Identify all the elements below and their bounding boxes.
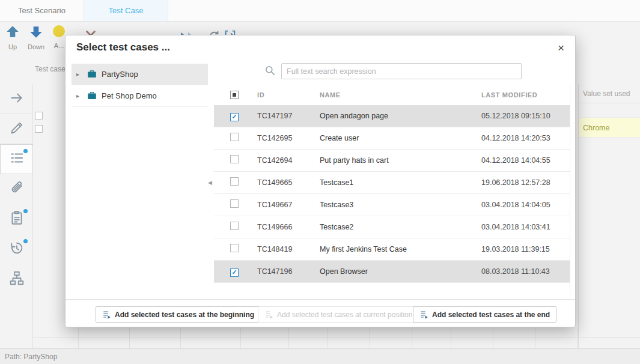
dialog-footer: Add selected test cases at the beginning…	[66, 299, 575, 328]
add-selected-test-cases-at-current-position-button[interactable]: Add selected test cases at current posit…	[258, 306, 419, 323]
grid-line	[180, 328, 181, 348]
row-id: TC149666	[257, 223, 320, 231]
grid-line	[370, 328, 370, 348]
row-checkbox[interactable]	[230, 268, 239, 277]
table-row[interactable]: TC147196 Open Browser 08.03.2018 11:10:4…	[214, 261, 570, 283]
row-modified: 19.06.2018 12:57:28	[481, 178, 570, 187]
expand-caret-icon[interactable]: ▸	[76, 93, 82, 99]
column-header-id[interactable]: ID	[257, 91, 320, 99]
row-checkbox[interactable]	[230, 177, 239, 186]
table-row[interactable]: TC147197 Open andagon page 05.12.2018 09…	[214, 105, 570, 127]
row-id: TC142694	[257, 156, 320, 165]
toolbar-a-button[interactable]: A...	[52, 24, 66, 60]
add-selected-test-cases-at-the-beginning-button[interactable]: Add selected test cases at the beginning	[96, 306, 261, 323]
left-sidebar	[0, 84, 33, 348]
table-row[interactable]: TC149665 Testcase1 19.06.2018 12:57:28	[214, 172, 570, 194]
row-modified: 03.04.2018 14:04:05	[481, 201, 570, 209]
table-row[interactable]: TC142694 Put party hats in cart 04.12.20…	[214, 150, 570, 172]
folder-icon	[87, 91, 97, 100]
row-modified: 19.03.2018 11:39:15	[481, 245, 570, 253]
notification-dot	[23, 149, 28, 153]
sidebar-item-history[interactable]	[0, 234, 33, 264]
value-set-panel: Value set used Chrome	[578, 84, 640, 348]
row-name: Testcase2	[320, 223, 481, 231]
tree-item-partyshop[interactable]: ▸ PartyShop	[72, 64, 208, 85]
table-row[interactable]: TC149667 Testcase3 03.04.2018 14:04:05	[214, 194, 570, 216]
forward-icon	[9, 90, 25, 108]
sidebar-item-hierarchy[interactable]	[0, 264, 33, 294]
search-row	[264, 63, 522, 79]
grid-line	[535, 328, 535, 348]
row-id: TC142695	[257, 134, 320, 142]
down-arrow-icon	[28, 24, 44, 42]
sidebar-item-attachment[interactable]	[0, 174, 33, 204]
row-id: TC148419	[257, 245, 320, 253]
test-case-table: ID NAME LAST MODIFIED TC147197 Open anda…	[214, 85, 570, 299]
row-checkbox[interactable]	[230, 155, 239, 163]
row-name: Open andagon page	[320, 112, 481, 120]
app-window: Test ScenarioTest Case Up Down A... Test…	[0, 0, 640, 364]
sidebar-item-list[interactable]	[0, 144, 33, 174]
path-label: Path: PartyShop	[5, 353, 57, 361]
add-current-icon	[264, 310, 273, 319]
toolbar-up-button[interactable]: Up	[5, 24, 20, 60]
add-end-icon	[419, 310, 428, 319]
dialog-title: Select test cases ...	[76, 41, 558, 53]
test-cases-view-label: Test case	[35, 65, 66, 73]
column-header-name[interactable]: NAME	[320, 91, 481, 99]
dialog-title-bar: Select test cases ... ×	[66, 35, 575, 59]
row-name: Open Browser	[320, 267, 481, 276]
tree-item-label: Pet Shop Demo	[102, 91, 157, 100]
row-checkbox[interactable]	[230, 113, 239, 121]
button-label: Add selected test cases at the end	[432, 311, 550, 319]
grid-line	[288, 328, 289, 348]
search-icon	[264, 64, 276, 79]
button-label: Add selected test cases at current posit…	[277, 311, 412, 319]
notification-dot	[23, 209, 28, 213]
table-row[interactable]: TC142695 Create user 04.12.2018 14:20:53	[214, 127, 570, 150]
add-beginning-icon	[102, 310, 111, 319]
grid-line	[493, 328, 493, 348]
search-input[interactable]	[281, 63, 522, 79]
tree-item-label: PartyShop	[102, 70, 138, 79]
sidebar-item-checklist[interactable]	[0, 204, 33, 234]
row-checkbox[interactable]	[230, 199, 239, 208]
grid-line	[328, 328, 328, 348]
sidebar-item-forward[interactable]	[0, 84, 33, 114]
row-id: TC147196	[257, 267, 320, 276]
column-header-modified[interactable]: LAST MODIFIED	[481, 91, 570, 99]
status-bar: Path: PartyShop	[0, 348, 640, 364]
row-id: TC147197	[257, 112, 320, 120]
toolbar-button-label: Up	[8, 43, 17, 50]
table-header-row: ID NAME LAST MODIFIED	[214, 85, 570, 105]
sidebar-item-edit[interactable]	[0, 114, 33, 144]
row-name: Testcase1	[320, 178, 481, 187]
row-modified: 04.12.2018 14:04:55	[481, 156, 570, 165]
row-checkbox[interactable]	[230, 133, 239, 141]
row-name: My first Jenkins Test Case	[320, 245, 481, 253]
collapse-panel-icon[interactable]: ◀	[208, 180, 212, 186]
row-name: Testcase3	[320, 201, 481, 209]
table-row[interactable]: TC149666 Testcase2 03.04.2018 14:03:41	[214, 216, 570, 238]
select-all-checkbox[interactable]	[230, 91, 239, 99]
tab-test-scenario[interactable]: Test Scenario	[0, 0, 84, 21]
tab-test-case[interactable]: Test Case	[84, 0, 168, 21]
row-name: Put party hats in cart	[320, 156, 481, 165]
table-row[interactable]: TC148419 My first Jenkins Test Case 19.0…	[214, 238, 570, 261]
background-row-checkbox[interactable]	[35, 125, 43, 133]
row-checkbox[interactable]	[230, 244, 239, 252]
project-tree: ▸ PartyShop ▸ Pet Shop Demo	[72, 64, 208, 107]
value-set-cell-chrome[interactable]: Chrome	[579, 117, 640, 138]
main-toolbar: Up Down A...	[0, 24, 66, 60]
tree-item-pet-shop-demo[interactable]: ▸ Pet Shop Demo	[72, 85, 208, 107]
background-row-checkbox[interactable]	[35, 112, 43, 120]
close-icon[interactable]: ×	[558, 42, 564, 53]
notification-dot	[23, 239, 28, 243]
add-selected-test-cases-at-the-end-button[interactable]: Add selected test cases at the end	[413, 306, 556, 323]
row-name: Create user	[320, 134, 481, 142]
value-set-used-header: Value set used	[579, 84, 640, 103]
expand-caret-icon[interactable]: ▸	[76, 71, 82, 77]
row-checkbox[interactable]	[230, 222, 239, 230]
grid-line	[78, 328, 79, 348]
toolbar-down-button[interactable]: Down	[28, 24, 44, 60]
